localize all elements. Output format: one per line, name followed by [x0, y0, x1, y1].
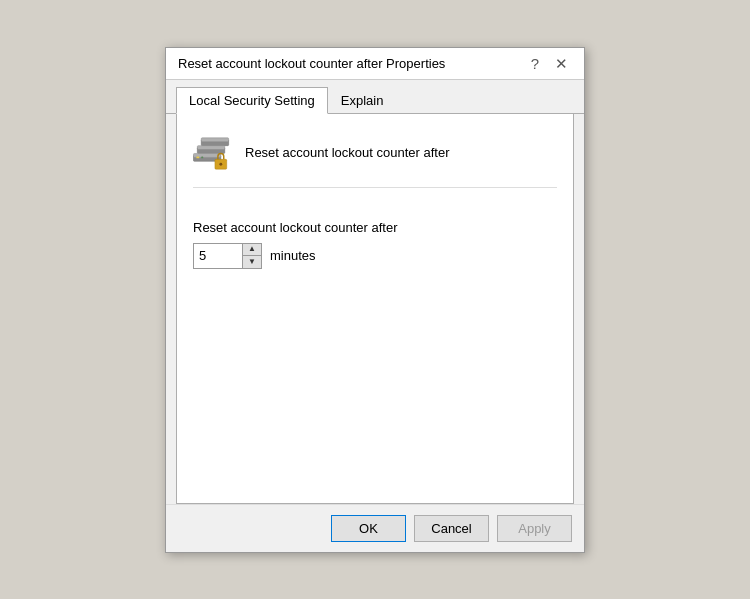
spinner-container: ▲ ▼ — [193, 243, 262, 269]
setting-label: Reset account lockout counter after — [193, 220, 557, 235]
policy-icon — [193, 130, 233, 175]
tab-bar: Local Security Setting Explain — [166, 80, 584, 114]
help-button[interactable]: ? — [527, 56, 543, 71]
ok-button[interactable]: OK — [331, 515, 406, 542]
tab-explain[interactable]: Explain — [328, 87, 397, 114]
minutes-label: minutes — [270, 248, 316, 263]
dialog-title: Reset account lockout counter after Prop… — [178, 56, 445, 71]
spinner-buttons: ▲ ▼ — [242, 244, 261, 268]
cancel-button[interactable]: Cancel — [414, 515, 489, 542]
dialog-footer: OK Cancel Apply — [166, 504, 584, 552]
setting-section: Reset account lockout counter after ▲ ▼ … — [193, 212, 557, 277]
content-area: Reset account lockout counter after Rese… — [176, 114, 574, 504]
svg-rect-6 — [196, 156, 199, 158]
policy-title: Reset account lockout counter after — [245, 145, 450, 160]
svg-point-9 — [219, 162, 222, 165]
close-button[interactable]: ✕ — [551, 56, 572, 71]
policy-header: Reset account lockout counter after — [193, 130, 557, 188]
spinner-down-button[interactable]: ▼ — [243, 256, 261, 268]
svg-rect-7 — [201, 156, 203, 158]
title-bar: Reset account lockout counter after Prop… — [166, 48, 584, 80]
minutes-input[interactable] — [194, 244, 242, 268]
title-bar-controls: ? ✕ — [527, 56, 572, 71]
svg-rect-1 — [201, 137, 228, 141]
tab-local-security-setting[interactable]: Local Security Setting — [176, 87, 328, 114]
properties-dialog: Reset account lockout counter after Prop… — [165, 47, 585, 553]
svg-rect-3 — [197, 145, 224, 149]
spinner-up-button[interactable]: ▲ — [243, 244, 261, 256]
spinner-row: ▲ ▼ minutes — [193, 243, 557, 269]
apply-button[interactable]: Apply — [497, 515, 572, 542]
